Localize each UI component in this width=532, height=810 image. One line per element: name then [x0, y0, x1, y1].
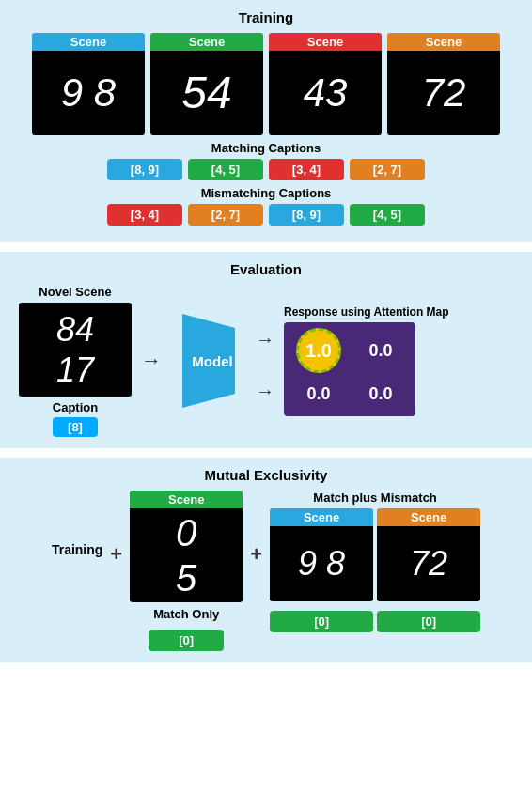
mismatching-captions-title: Mismatching Captions	[11, 186, 521, 200]
caption-badge-eval: [8]	[53, 417, 98, 437]
match-only-title: Match Only	[153, 607, 219, 621]
scene-digits-2: 54	[181, 70, 231, 116]
training-scene-1: Scene 9 8	[32, 33, 145, 135]
mismatching-captions-row: [3, 4] [2, 7] [8, 9] [4, 5]	[11, 204, 521, 226]
model-label: Model	[192, 353, 232, 369]
mutual-title: Mutual Exclusivity	[11, 467, 521, 483]
mutual-section: Mutual Exclusivity Training + Scene 05 M…	[0, 458, 532, 662]
training-title: Training	[11, 9, 521, 25]
matching-caption-2: [4, 5]	[188, 159, 263, 180]
scene-digits-3: 43	[304, 73, 348, 113]
novel-scene-img: 8417	[19, 303, 132, 397]
scene-label-2: Scene	[150, 33, 263, 51]
match-plus-captions: [0] [0]	[270, 606, 480, 632]
scene-img-2: 54	[150, 51, 263, 135]
match-plus-scene-1: Scene 9 8	[270, 508, 373, 601]
scene-img-4: 72	[387, 51, 500, 135]
mismatching-caption-4: [4, 5]	[350, 204, 425, 226]
grid-cell-11: 0.0	[352, 377, 410, 411]
scene-label-3: Scene	[269, 33, 382, 51]
response-title: Response using Attention Map	[284, 305, 449, 319]
match-plus-caption-2: [0]	[377, 611, 480, 632]
caption-label: Caption	[53, 400, 98, 414]
match-plus-scene-img-2: 72	[377, 526, 480, 601]
novel-scene-block: Novel Scene 8417 Caption [8]	[19, 285, 132, 437]
match-plus-scene-label-2: Scene	[377, 508, 480, 526]
training-scene-4: Scene 72	[387, 33, 500, 135]
cell-highlight: 1.0	[296, 328, 341, 373]
scene-label-1: Scene	[32, 33, 145, 51]
match-plus-caption-1: [0]	[270, 611, 373, 632]
grid-cell-01: 0.0	[352, 328, 410, 373]
matching-captions-row: [8, 9] [4, 5] [3, 4] [2, 7]	[11, 159, 521, 180]
scene-digits-1: 9 8	[61, 73, 116, 113]
scene-label-4: Scene	[387, 33, 500, 51]
match-plus-scene-img-1: 9 8	[270, 526, 373, 601]
evaluation-section: Evaluation Novel Scene 8417 Caption [8] …	[0, 252, 532, 448]
model-shape: Model	[171, 314, 246, 408]
novel-scene-label: Novel Scene	[39, 285, 111, 299]
matching-captions-title: Matching Captions	[11, 141, 521, 155]
matching-caption-3: [3, 4]	[269, 159, 344, 180]
response-grid: 1.0 0.0 0.0 0.0	[284, 322, 415, 416]
match-plus-scenes: Scene 9 8 Scene 72	[270, 508, 480, 601]
scene-digits-4: 72	[422, 73, 466, 113]
model-block: Model	[171, 314, 246, 408]
match-plus-digits-1: 9 8	[298, 547, 345, 581]
novel-digits: 8417	[56, 309, 94, 390]
mutual-plus-1: +	[110, 542, 122, 567]
mutual-plus-2: +	[250, 542, 262, 567]
training-scenes: Scene 9 8 Scene 54 Scene 43 Scene 72	[11, 33, 521, 135]
arrow-to-response: → →	[256, 319, 274, 402]
matching-caption-1: [8, 9]	[107, 159, 182, 180]
match-plus-digits-2: 72	[410, 547, 447, 581]
mutual-inner: Training + Scene 05 Match Only [0] + Mat…	[11, 491, 521, 651]
evaluation-title: Evaluation	[11, 261, 521, 277]
matching-caption-4: [2, 7]	[350, 159, 425, 180]
match-only-block: Scene 05 Match Only [0]	[130, 491, 243, 651]
match-only-scene-label: Scene	[130, 491, 243, 508]
training-scene-3: Scene 43	[269, 33, 382, 135]
evaluation-inner: Novel Scene 8417 Caption [8] → Model → →…	[11, 285, 521, 437]
training-section: Training Scene 9 8 Scene 54 Scene 43 Sce…	[0, 0, 532, 242]
mismatching-caption-3: [8, 9]	[269, 204, 344, 226]
scene-img-1: 9 8	[32, 51, 145, 135]
match-only-caption: [0]	[149, 630, 224, 651]
match-only-scene-img: 05	[130, 508, 243, 602]
response-block: Response using Attention Map 1.0 0.0 0.0…	[284, 305, 449, 416]
match-only-digits: 05	[176, 510, 196, 600]
match-plus-title: Match plus Mismatch	[313, 491, 436, 505]
scene-img-3: 43	[269, 51, 382, 135]
mismatching-caption-2: [2, 7]	[188, 204, 263, 226]
grid-cell-10: 0.0	[289, 377, 348, 411]
match-plus-block: Match plus Mismatch Scene 9 8 Scene 72	[270, 491, 480, 632]
training-scene-2: Scene 54	[150, 33, 263, 135]
mismatching-caption-1: [3, 4]	[107, 204, 182, 226]
grid-cell-00: 1.0	[289, 328, 348, 373]
mutual-training-label: Training	[52, 542, 102, 557]
arrow-to-model: →	[141, 349, 162, 373]
match-plus-scene-2: Scene 72	[377, 508, 480, 601]
match-plus-scene-label-1: Scene	[270, 508, 373, 526]
